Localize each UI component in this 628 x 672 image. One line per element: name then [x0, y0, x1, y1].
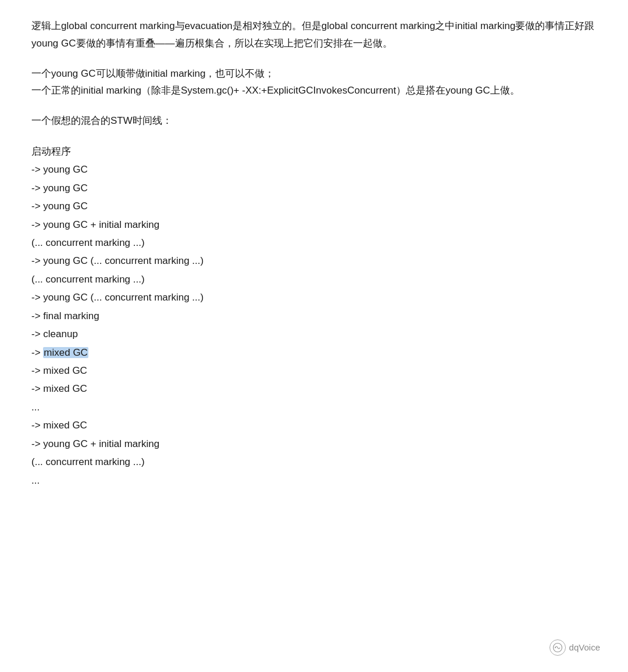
- list-item-15: -> mixed GC: [31, 416, 597, 434]
- list-item-7: (... concurrent marking ...): [31, 270, 597, 288]
- list-item-8: -> young GC (... concurrent marking ...): [31, 288, 597, 306]
- paragraph-2: 一个young GC可以顺带做initial marking，也可以不做； 一个…: [31, 65, 597, 100]
- list-item-5: (... concurrent marking ...): [31, 234, 597, 252]
- list-item-6: -> young GC (... concurrent marking ...): [31, 252, 597, 270]
- paragraph-2-line2: 一个正常的initial marking（除非是System.gc()+ -XX…: [31, 85, 520, 96]
- list-item-0: 启动程序: [31, 142, 597, 160]
- timeline-list: 启动程序 -> young GC -> young GC -> young GC…: [31, 142, 597, 489]
- watermark-text: dqVoice: [569, 641, 600, 655]
- paragraph-2-line1: 一个young GC可以顺带做initial marking，也可以不做；: [31, 68, 274, 79]
- list-item-12: -> mixed GC: [31, 362, 597, 380]
- list-item-1: -> young GC: [31, 160, 597, 178]
- list-item-2: -> young GC: [31, 179, 597, 197]
- list-item-10: -> cleanup: [31, 325, 597, 343]
- svg-point-1: [555, 647, 556, 648]
- mixed-gc-highlight: mixed GC: [43, 347, 88, 358]
- watermark: dqVoice: [550, 639, 600, 656]
- list-item-4: -> young GC + initial marking: [31, 216, 597, 234]
- list-item-3: -> young GC: [31, 197, 597, 215]
- list-item-13: -> mixed GC: [31, 380, 597, 398]
- paragraph-1: 逻辑上global concurrent marking与evacuation是…: [31, 17, 597, 52]
- main-content: 逻辑上global concurrent marking与evacuation是…: [31, 17, 597, 489]
- list-item-16: -> young GC + initial marking: [31, 435, 597, 453]
- list-item-17: (... concurrent marking ...): [31, 453, 597, 471]
- paragraph-3: 一个假想的混合的STW时间线：: [31, 112, 597, 130]
- list-item-14: ...: [31, 398, 597, 416]
- list-item-9: -> final marking: [31, 307, 597, 325]
- list-item-18: ...: [31, 471, 597, 489]
- paragraph-1-text: 逻辑上global concurrent marking与evacuation是…: [31, 20, 594, 49]
- watermark-icon: [550, 639, 566, 656]
- list-item-11: -> mixed GC: [31, 344, 597, 362]
- paragraph-3-text: 一个假想的混合的STW时间线：: [31, 115, 172, 126]
